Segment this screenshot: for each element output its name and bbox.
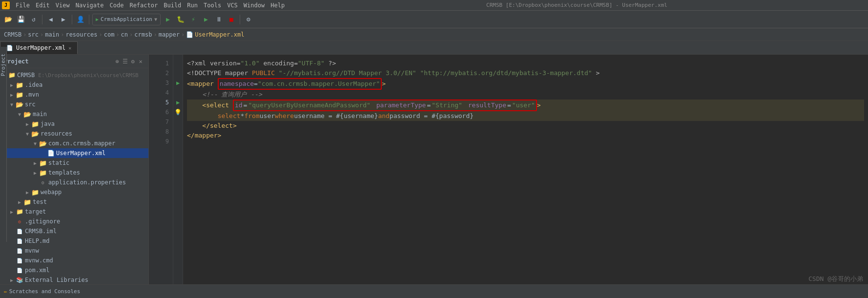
tree-item-usermapper[interactable]: ▶ 📄 UserMapper.xml [0,148,148,158]
toolbar-pause-btn[interactable]: ⏸ [213,14,224,25]
gutter-run-5[interactable]: ▶ [176,98,180,107]
breadcrumb-main[interactable]: main [45,31,59,38]
sidebar-close-icon[interactable]: ✕ [137,58,145,65]
tree-item-test[interactable]: ▶ 📁 test [0,197,148,207]
tree-item-java[interactable]: ▶ 📁 java [0,119,148,129]
tree-item-mvnw[interactable]: ▶ 📄 mvnw [0,246,148,256]
file-xml-icon: 📄 [47,149,55,157]
run-config-dropdown[interactable]: ▶ CrmsbApplication ▼ [92,14,161,25]
menu-tools[interactable]: Tools [201,0,224,10]
gutter-run-3[interactable]: ▶ [176,78,180,88]
tree-item-help[interactable]: ▶ 📄 HELP.md [0,236,148,246]
namespace-highlight: namespace="com.cn.crmsb.mapper.UserMappe… [218,78,382,90]
toolbar-debug-btn[interactable]: 🐛 [175,14,186,25]
toolbar-coverage-btn[interactable]: ⚡ [188,14,199,25]
tree-item-gitignore[interactable]: ▶ ⊙ .gitignore [0,217,148,226]
menu-build[interactable]: Build [161,0,184,10]
toolbar-user-btn[interactable]: 👤 [75,14,86,25]
sidebar-title: Project [4,58,113,65]
folder-mvn-icon: 📁 [16,91,23,99]
menu-refactor[interactable]: Refactor [126,0,161,10]
toolbar-open-btn[interactable]: 📂 [3,14,14,25]
breadcrumb-cn[interactable]: cn [121,31,128,38]
tree-label-java: java [41,120,148,127]
tree-item-templates[interactable]: ▶ 📁 templates [0,168,148,178]
breadcrumb-crmsb2[interactable]: crmsb [134,31,152,38]
tree-item-static[interactable]: ▶ 📁 static [0,158,148,168]
code-line-1: <?xml version="1.0" encoding="UTF-8" ?> [187,59,864,68]
menu-run[interactable]: Run [184,0,201,10]
project-icon: 📁 [8,71,16,79]
tree-item-mvn[interactable]: ▶ 📁 .mvn [0,90,148,99]
scratches-bottom-label[interactable]: Scratches and Consoles [9,288,81,295]
tree-label-pomxml: pom.xml [25,267,148,274]
code-line-3: <mapper namespace="com.cn.crmsb.mapper.U… [187,78,864,90]
file-mvnw-icon: 📄 [16,247,23,255]
menu-bar: J File Edit View Navigate Code Refactor … [0,0,868,11]
tree-item-idea[interactable]: ▶ 📁 .idea [0,80,148,90]
gutter-bulb-6[interactable]: 💡 [174,107,182,117]
tree-item-target[interactable]: ▶ 📁 target [0,207,148,217]
code-content: 1 2 3 4 5 6 7 8 9 ▶ ▶ [149,55,868,291]
folder-java-icon: 📁 [31,120,39,128]
tree-item-extlibs[interactable]: ▶ 📚 External Libraries [0,275,148,285]
main-layout: Project ⊕ ☰ ⚙ ✕ ▼ 📁 CRMSB E:\Dropbox\pho… [0,55,868,291]
menu-window[interactable]: Window [241,0,268,10]
tree-item-appprops[interactable]: ▶ ⚙ application.properties [0,178,148,187]
sidebar-gear-icon[interactable]: ⚙ [129,58,137,65]
breadcrumb-resources[interactable]: resources [65,31,97,38]
tree-label-gitignore: .gitignore [25,218,148,225]
menu-view[interactable]: View [53,0,73,10]
tab-usermapper[interactable]: 📄 UserMapper.xml ✕ [0,41,78,54]
tree-item-mvnwcmd[interactable]: ▶ 📄 mvnw.cmd [0,256,148,265]
menu-navigate[interactable]: Navigate [73,0,107,10]
toolbar-sync-btn[interactable]: ↺ [28,14,39,25]
line-numbers: 1 2 3 4 5 6 7 8 9 [149,55,173,291]
tree-item-src[interactable]: ▼ 📂 src [0,99,148,109]
toolbar-stop-btn[interactable]: ■ [226,14,237,25]
tree-item-mapper-pkg[interactable]: ▼ 📂 com.cn.crmsb.mapper [0,139,148,148]
breadcrumb-src[interactable]: src [28,31,39,38]
line-num-2: 2 [149,68,173,78]
folder-mapper-icon: 📂 [39,139,47,147]
bottom-bar: ✏ Scratches and Consoles [0,284,868,298]
tree-item-webapp[interactable]: ▶ 📁 webapp [0,187,148,197]
tree-label-src: src [25,101,148,108]
tree-item-main[interactable]: ▼ 📂 main [0,109,148,119]
side-panel-icons: Project [0,47,7,242]
breadcrumb-mapper[interactable]: mapper [159,31,180,38]
sidebar-add-icon[interactable]: ⊕ [113,58,121,65]
toolbar-run2-btn[interactable]: ▶ [201,14,211,25]
folder-test-icon: 📁 [23,198,31,206]
breadcrumb-crmsb[interactable]: CRMSB [4,31,21,38]
breadcrumb-file[interactable]: 📄UserMapper.xml [186,31,244,38]
tree-label-crmsb: CRMSB E:\Dropbox\phoenix\course\CRMSB [17,72,148,79]
tree-item-resources[interactable]: ▼ 📂 resources [0,129,148,139]
menu-vcs[interactable]: VCS [224,0,241,10]
menu-help[interactable]: Help [268,0,288,10]
tab-close-btn[interactable]: ✕ [68,45,71,51]
toolbar-back-btn[interactable]: ◀ [45,14,56,25]
folder-src-icon: 📂 [16,100,23,108]
toolbar-settings-btn[interactable]: ⚙ [243,14,254,25]
breadcrumb-com[interactable]: com [104,31,115,38]
tree-item-crmsb-root[interactable]: ▼ 📁 CRMSB E:\Dropbox\phoenix\course\CRMS… [0,70,148,80]
code-editor[interactable]: 1 2 3 4 5 6 7 8 9 ▶ ▶ [149,55,868,291]
toolbar-forward-btn[interactable]: ▶ [58,14,69,25]
line-num-5: 5 [149,98,173,107]
tree-item-pomxml[interactable]: ▶ 📄 pom.xml [0,265,148,275]
menu-edit[interactable]: Edit [33,0,53,10]
code-lines[interactable]: <?xml version="1.0" encoding="UTF-8" ?> … [183,55,868,291]
tree-label-target: target [25,208,148,215]
project-side-label[interactable]: Project [0,51,6,79]
file-iml-icon: 📄 [16,227,23,235]
sidebar-list-icon[interactable]: ☰ [121,58,129,65]
file-git-icon: ⊙ [16,218,23,225]
window-title: CRMSB [E:\Dropbox\phoenix\course\CRMSB] … [288,2,866,8]
menu-code[interactable]: Code [107,0,127,10]
toolbar-save-btn[interactable]: 💾 [16,14,26,25]
toolbar-run-btn[interactable]: ▶ [163,14,173,25]
tree-item-iml[interactable]: ▶ 📄 CRMSB.iml [0,226,148,236]
toolbar-sep-4 [240,15,240,24]
menu-file[interactable]: File [13,0,33,10]
